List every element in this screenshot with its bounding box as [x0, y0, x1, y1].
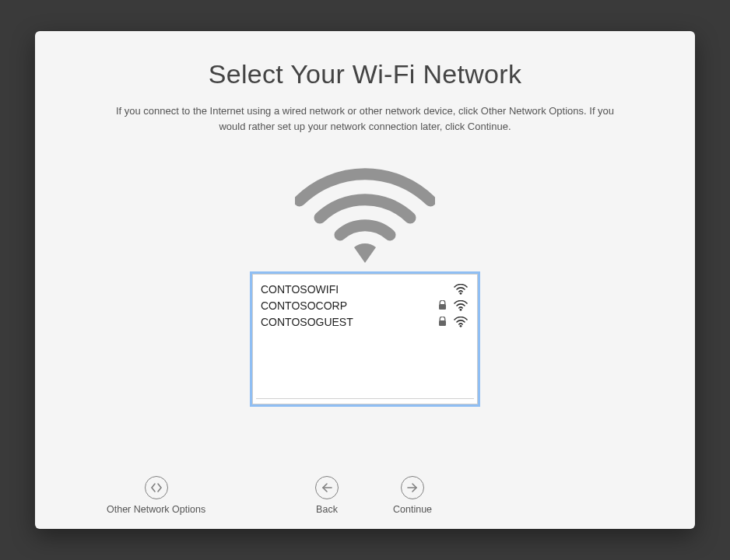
list-divider — [256, 398, 474, 399]
lock-icon — [435, 317, 449, 327]
svg-point-2 — [460, 308, 462, 310]
wifi-signal-icon — [452, 284, 469, 295]
network-row[interactable]: CONTOSOGUEST — [261, 313, 469, 330]
svg-rect-3 — [439, 320, 446, 326]
network-row[interactable]: CONTOSOWIFI — [261, 281, 469, 297]
network-name: CONTOSOCORP — [261, 299, 435, 312]
button-label: Continue — [393, 504, 432, 515]
page-title: Select Your Wi-Fi Network — [209, 59, 521, 89]
back-button[interactable]: Back — [315, 476, 339, 515]
svg-rect-1 — [439, 304, 446, 310]
button-label: Other Network Options — [107, 504, 205, 515]
lock-icon — [435, 300, 449, 310]
network-options-icon — [145, 476, 168, 499]
button-label: Back — [316, 504, 338, 515]
network-name: CONTOSOGUEST — [261, 316, 435, 328]
network-list[interactable]: CONTOSOWIFI CONTOSOCORP CONTOSOGUEST — [252, 274, 478, 404]
network-row[interactable]: CONTOSOCORP — [261, 297, 469, 313]
svg-point-0 — [460, 292, 462, 294]
wifi-signal-icon — [452, 300, 469, 311]
wifi-hero-icon — [295, 163, 435, 268]
svg-point-4 — [460, 324, 462, 327]
page-subtitle: If you connect to the Internet using a w… — [108, 103, 622, 134]
continue-button[interactable]: Continue — [393, 476, 432, 515]
arrow-right-icon — [401, 476, 424, 499]
arrow-left-icon — [315, 476, 339, 499]
setup-panel: Select Your Wi-Fi Network If you connect… — [35, 31, 695, 529]
other-network-options-button[interactable]: Other Network Options — [107, 476, 205, 515]
network-name: CONTOSOWIFI — [261, 283, 435, 296]
wifi-signal-icon — [452, 317, 469, 327]
